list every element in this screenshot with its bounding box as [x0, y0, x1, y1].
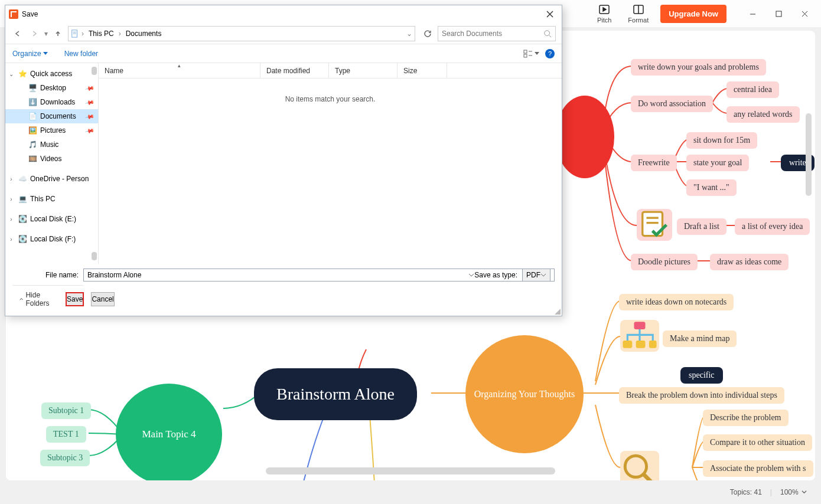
dialog-title: Save — [22, 10, 38, 18]
freewrite-node[interactable]: Freewrite — [631, 155, 677, 171]
col-type[interactable]: Type — [329, 63, 398, 78]
svg-rect-13 — [649, 341, 657, 348]
search-input[interactable] — [442, 30, 543, 38]
minimize-button[interactable] — [739, 4, 765, 23]
tree-documents[interactable]: 📄Documents📌 — [5, 109, 98, 123]
resize-grip[interactable] — [553, 307, 561, 315]
doodle-node[interactable]: Doodle pictures — [631, 254, 698, 270]
close-window-button[interactable] — [791, 4, 817, 23]
svg-rect-23 — [524, 50, 527, 53]
save-type-dropdown[interactable]: PDF — [522, 269, 550, 282]
tree-downloads[interactable]: ⬇️Downloads📌 — [5, 95, 98, 109]
dialog-titlebar: Save — [5, 5, 562, 23]
draw-ideas-node[interactable]: draw as ideas come — [710, 254, 789, 270]
tree-onedrive[interactable]: ›☁️OneDrive - Person — [5, 172, 98, 186]
tree-disk-e[interactable]: ›💽Local Disk (E:) — [5, 212, 98, 226]
list-icon — [637, 209, 672, 241]
hide-folders-button[interactable]: Hide Folders — [19, 291, 51, 307]
i-want-node[interactable]: "I want ..." — [686, 179, 737, 196]
file-name-input[interactable] — [87, 271, 468, 279]
compare-node[interactable]: Compare it to other situation — [703, 434, 812, 451]
tree-disk-f[interactable]: ›💽Local Disk (F:) — [5, 232, 98, 246]
central-topic[interactable]: Brainstorm Alone — [254, 368, 417, 420]
save-button[interactable]: Save — [66, 292, 84, 306]
specific-tag[interactable]: specific — [680, 367, 723, 384]
crumb-documents[interactable]: Documents — [123, 28, 164, 39]
up-button[interactable] — [51, 27, 64, 40]
sit-15m-node[interactable]: sit down for 15m — [686, 132, 757, 149]
tree-scrollbar[interactable] — [92, 67, 97, 75]
save-dialog: Save ▾ › This PC › Documents ⌄ Organize … — [5, 5, 562, 316]
search-box[interactable] — [438, 26, 556, 41]
red-topic-circle[interactable] — [555, 96, 614, 178]
main-topic-4-node[interactable]: Main Topic 4 — [116, 384, 222, 480]
disk-icon: 💽 — [18, 214, 27, 224]
magnify-icon — [620, 451, 659, 480]
organizing-thoughts-node[interactable]: Organizing Your Thoughts — [465, 335, 584, 453]
new-folder-button[interactable]: New folder — [64, 50, 98, 58]
tree-desktop[interactable]: 🖥️Desktop📌 — [5, 81, 98, 95]
break-steps-node[interactable]: Break the problem down into individual s… — [619, 387, 784, 404]
svg-line-22 — [549, 35, 552, 37]
write-goals-node[interactable]: write down your goals and problems — [631, 59, 766, 76]
word-association-node[interactable]: Do word association — [631, 96, 713, 112]
dialog-toolbar: Organize New folder ? — [5, 44, 562, 63]
mindmap-icon — [620, 320, 659, 352]
folder-tree[interactable]: ⌄⭐Quick access 🖥️Desktop📌 ⬇️Downloads📌 📄… — [5, 63, 99, 264]
back-button[interactable] — [11, 27, 24, 40]
pitch-button[interactable]: Pitch — [597, 4, 611, 24]
help-button[interactable]: ? — [545, 49, 555, 58]
tree-music[interactable]: 🎵Music — [5, 138, 98, 152]
list-header[interactable]: ▴ Name Date modified Type Size — [99, 63, 562, 78]
crumb-this-pc[interactable]: This PC — [86, 28, 116, 39]
music-icon: 🎵 — [28, 140, 37, 149]
view-mode-button[interactable] — [523, 50, 539, 58]
related-words-node[interactable]: any related words — [726, 106, 800, 123]
videos-icon: 🎞️ — [28, 154, 37, 163]
pc-icon: 💻 — [18, 194, 27, 204]
test-1[interactable]: TEST 1 — [46, 426, 86, 443]
tree-quick-access[interactable]: ⌄⭐Quick access — [5, 67, 98, 81]
svg-rect-12 — [636, 341, 646, 348]
tree-videos[interactable]: 🎞️Videos — [5, 152, 98, 166]
subtopic-1[interactable]: Subtopic 1 — [41, 402, 91, 419]
subtopic-3[interactable]: Subtopic 3 — [40, 450, 90, 466]
forward-button[interactable] — [28, 27, 41, 40]
organize-button[interactable]: Organize — [12, 50, 48, 58]
draft-list-node[interactable]: Draft a list — [677, 218, 726, 235]
notecards-node[interactable]: write ideas down on notecards — [619, 294, 734, 310]
zoom-level[interactable]: 100% — [780, 488, 807, 496]
pitch-label: Pitch — [597, 17, 611, 24]
file-list[interactable]: ▴ Name Date modified Type Size No items … — [99, 63, 562, 264]
state-goal-node[interactable]: state your goal — [686, 155, 749, 171]
svg-point-21 — [545, 30, 550, 35]
svg-rect-24 — [524, 54, 527, 57]
pin-icon: 📌 — [85, 97, 95, 107]
col-date[interactable]: Date modified — [260, 63, 329, 78]
app-icon — [9, 9, 18, 19]
format-button[interactable]: Format — [628, 4, 649, 24]
central-idea-node[interactable]: central idea — [726, 81, 779, 98]
associate-node[interactable]: Associate the problem with s — [703, 460, 813, 477]
statusbar: Topics: 41 | 100% — [6, 484, 815, 500]
horizontal-scrollbar[interactable] — [266, 467, 555, 474]
tree-scrollbar-thumb[interactable] — [92, 252, 97, 260]
vertical-scrollbar[interactable] — [806, 113, 812, 196]
onedrive-icon: ☁️ — [18, 174, 27, 184]
list-every-idea-node[interactable]: a list of every idea — [735, 218, 810, 235]
dialog-close-button[interactable] — [542, 7, 558, 21]
mind-map-node[interactable]: Make a mind map — [663, 330, 737, 347]
maximize-button[interactable] — [765, 4, 791, 23]
tree-this-pc[interactable]: ›💻This PC — [5, 192, 98, 206]
cancel-button[interactable]: Cancel — [91, 292, 114, 306]
file-name-field[interactable]: Save as type: PDF — [83, 269, 555, 282]
breadcrumb[interactable]: › This PC › Documents ⌄ — [68, 26, 415, 41]
describe-node[interactable]: Describe the problem — [703, 410, 789, 426]
pin-icon: 📌 — [85, 112, 95, 121]
col-size[interactable]: Size — [398, 63, 447, 78]
tree-pictures[interactable]: 🖼️Pictures📌 — [5, 123, 98, 138]
dialog-actions: Hide Folders Save Cancel — [12, 285, 83, 312]
upgrade-button[interactable]: Upgrade Now — [660, 5, 726, 23]
refresh-button[interactable] — [421, 27, 434, 40]
disk-icon: 💽 — [18, 234, 27, 244]
